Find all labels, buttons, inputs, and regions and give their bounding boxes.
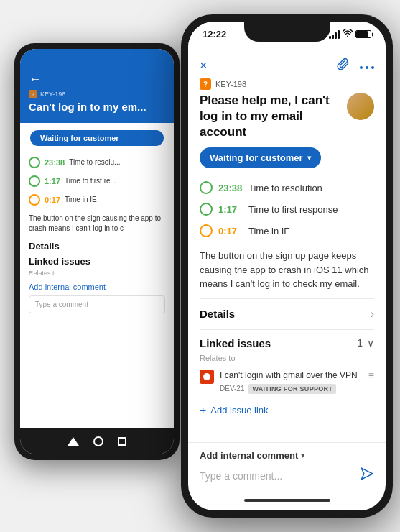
metric-value-2: 0:17 [45,196,60,204]
android-key-label: ? KEY-198 [29,90,165,98]
send-icon[interactable] [360,467,374,485]
iphone-metric-0: 23:38 Time to resolution [200,177,374,198]
wifi-icon [343,29,353,40]
metric-circle-green-0 [29,157,40,168]
linked-issue-text: I can't login with gmail over the VPN [220,370,358,382]
hamburger-menu-icon[interactable]: ≡ [368,370,374,381]
iphone-notch-area: 12:22 [188,22,386,53]
metric-circle-orange-2 [29,194,40,206]
metric-value-1: 1:17 [45,177,60,185]
iphone-circle-1 [200,203,213,216]
linked-dev-key: DEV-21 [220,385,244,393]
android-back-button[interactable]: ← [29,72,165,87]
iphone-metric-val-2: 0:17 [218,226,243,237]
linked-issues-label: Linked issues [200,337,271,349]
iphone-description: The button on the sign up page keeps cau… [200,249,374,291]
metric-label-2: Time in IE [65,196,97,203]
iphone-notch [244,22,330,42]
metric-label-1: Time to first re... [65,177,116,185]
metric-circle-green-1 [29,175,40,187]
jira-bug-icon [200,370,214,384]
attachment-icon[interactable] [337,58,350,74]
comment-placeholder[interactable]: Type a comment... [200,470,360,482]
android-description: The button on the sign causing the app t… [29,214,165,234]
linked-issues-row: Linked issues 1 ∨ [200,329,374,354]
home-bar [244,499,330,502]
android-status-button[interactable]: Waiting for customer [29,129,165,147]
android-comment-box[interactable]: Type a comment [29,295,165,313]
top-bar-right [337,58,374,74]
battery-icon [355,30,371,38]
add-comment-chevron-icon: ▾ [301,451,305,460]
svg-point-2 [371,66,374,69]
android-back-nav[interactable] [68,437,79,446]
iphone-metric-label-1: Time to first response [248,204,338,215]
android-header: ← ? KEY-198 Can't log in to my em... [20,66,174,123]
android-relates-to: Relates to [29,270,165,277]
iphone: 12:22 [181,14,393,518]
iphone-top-bar: × [188,53,386,78]
status-chevron-icon: ▾ [307,154,311,162]
comment-input-row: Type a comment... [200,467,374,485]
iphone-metric-2: 0:17 Time in IE [200,220,374,242]
avatar [347,93,374,120]
iphone-metric-label-0: Time to resolution [248,183,322,193]
scene: ← ? KEY-198 Can't log in to my em... Wai… [0,0,400,532]
linked-issue-card: I can't login with gmail over the VPN DE… [200,367,374,397]
metric-label-0: Time to resolu... [69,158,120,166]
android-question-icon: ? [29,90,37,98]
iphone-issue-title: Please help me, I can't log in to my ema… [200,93,341,140]
issue-key-text: KEY-198 [215,80,246,88]
svg-point-1 [366,66,368,69]
android-phone: ← ? KEY-198 Can't log in to my em... Wai… [14,43,180,460]
android-nav-bar [20,428,174,454]
details-section-row[interactable]: Details › [200,298,374,329]
plus-icon: + [200,404,206,417]
linked-right[interactable]: 1 ∨ [357,337,374,349]
add-comment-text: Add internal comment [200,450,298,461]
status-pill-label: Waiting for customer [210,152,303,163]
android-details-title: Details [29,241,165,252]
add-issue-link[interactable]: + Add issue link [200,404,374,417]
close-button[interactable]: × [200,58,208,73]
android-home-nav[interactable] [93,436,103,446]
iphone-circle-0 [200,181,213,194]
android-linked-title: Linked issues [29,256,165,267]
signal-bars-icon [329,30,340,39]
android-metric-0: 23:38 Time to resolu... [29,153,165,172]
relates-to-label: Relates to [200,354,374,362]
iphone-metric-val-0: 23:38 [218,183,243,193]
issue-key-row: ? KEY-198 [200,78,374,90]
linked-chevron-icon: ∨ [367,337,374,349]
iphone-bottom: Add internal comment ▾ Type a comment... [188,442,386,490]
iphone-status-icons [329,29,371,40]
more-options-icon[interactable] [360,58,374,73]
status-pill[interactable]: Waiting for customer ▾ [200,147,321,168]
android-content: 23:38 Time to resolu... 1:17 Time to fir… [20,153,174,429]
iphone-issue-row: Please help me, I can't log in to my ema… [200,93,374,140]
waiting-for-support-badge: WAITING FOR SUPPORT [248,384,336,394]
iphone-time: 12:22 [203,29,226,40]
iphone-metric-1: 1:17 Time to first response [200,198,374,220]
android-add-comment[interactable]: Add internal comment [29,283,165,291]
iphone-metric-val-1: 1:17 [218,204,243,215]
add-comment-row[interactable]: Add internal comment ▾ [200,450,374,461]
android-metric-2: 0:17 Time in IE [29,191,165,209]
linked-count: 1 [357,337,363,349]
iphone-metric-label-2: Time in IE [248,226,290,237]
linked-issue-left: I can't login with gmail over the VPN DE… [200,370,368,394]
metric-value-0: 23:38 [45,158,65,167]
iphone-circle-2 [200,224,213,237]
status-pill-container[interactable]: Waiting for customer ▾ [200,140,374,177]
add-issue-label: Add issue link [210,405,268,416]
details-label: Details [200,308,235,320]
svg-point-0 [360,66,363,69]
android-status-bar [20,49,174,66]
android-issue-title: Can't log in to my em... [29,100,165,114]
android-recents-nav[interactable] [118,437,126,446]
issue-type-icon: ? [200,78,211,90]
android-metric-1: 1:17 Time to first re... [29,172,165,191]
linked-issue-info: I can't login with gmail over the VPN DE… [220,370,358,394]
iphone-home-indicator [188,490,386,510]
iphone-content: ? KEY-198 Please help me, I can't log in… [188,78,386,442]
